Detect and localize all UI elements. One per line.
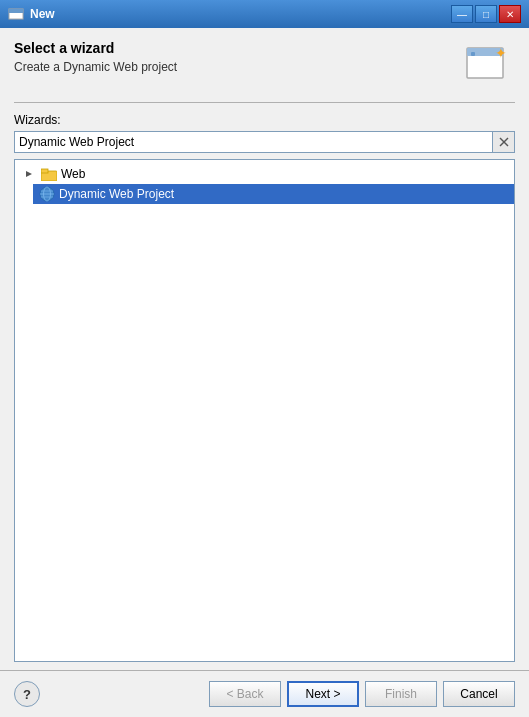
- svg-text:✦: ✦: [495, 45, 507, 61]
- help-button[interactable]: ?: [14, 681, 40, 707]
- dialog-body: Select a wizard Create a Dynamic Web pro…: [0, 28, 529, 670]
- title-bar: New — □ ✕: [0, 0, 529, 28]
- window-controls: — □ ✕: [451, 5, 521, 23]
- window-title: New: [30, 7, 451, 21]
- expand-icon: [21, 166, 37, 182]
- search-row: [14, 131, 515, 153]
- tree-item-label: Dynamic Web Project: [59, 187, 174, 201]
- back-button[interactable]: < Back: [209, 681, 281, 707]
- dialog-title: Select a wizard: [14, 40, 463, 56]
- wizard-icon: ✦: [463, 40, 515, 92]
- cancel-button[interactable]: Cancel: [443, 681, 515, 707]
- wizards-label: Wizards:: [14, 113, 515, 127]
- next-button[interactable]: Next >: [287, 681, 359, 707]
- svg-marker-8: [26, 171, 32, 177]
- nav-buttons: < Back Next > Finish Cancel: [209, 681, 515, 707]
- svg-rect-1: [9, 9, 23, 13]
- header-text: Select a wizard Create a Dynamic Web pro…: [14, 40, 463, 74]
- wizard-tree[interactable]: Web Dynamic Web Project: [14, 159, 515, 662]
- folder-web-label: Web: [61, 167, 85, 181]
- folder-icon: [41, 166, 57, 182]
- minimize-button[interactable]: —: [451, 5, 473, 23]
- web-project-icon: [39, 186, 55, 202]
- maximize-button[interactable]: □: [475, 5, 497, 23]
- bottom-section: ? < Back Next > Finish Cancel: [0, 670, 529, 717]
- finish-button[interactable]: Finish: [365, 681, 437, 707]
- dialog-subtitle: Create a Dynamic Web project: [14, 60, 463, 74]
- button-row: ? < Back Next > Finish Cancel: [14, 681, 515, 707]
- close-button[interactable]: ✕: [499, 5, 521, 23]
- app-icon: [8, 6, 24, 22]
- wizard-search-input[interactable]: [14, 131, 493, 153]
- header-section: Select a wizard Create a Dynamic Web pro…: [14, 40, 515, 103]
- search-clear-button[interactable]: [493, 131, 515, 153]
- tree-folder-web[interactable]: Web: [15, 164, 514, 184]
- tree-item-dynamic-web-project[interactable]: Dynamic Web Project: [33, 184, 514, 204]
- svg-rect-4: [471, 52, 475, 56]
- svg-rect-10: [41, 169, 48, 173]
